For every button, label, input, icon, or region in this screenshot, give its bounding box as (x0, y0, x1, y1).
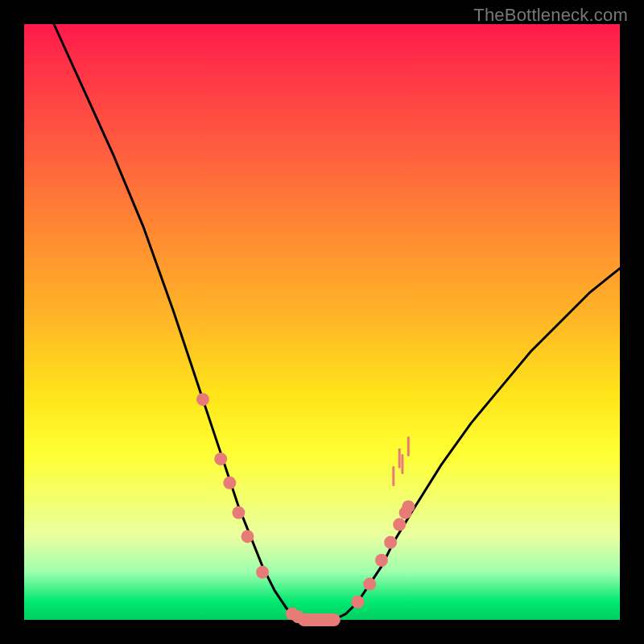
curve-marker (402, 500, 415, 513)
curve-marker (384, 536, 397, 549)
curve-marker (242, 530, 254, 543)
curve-marker (214, 452, 227, 465)
curve-marker (223, 477, 236, 489)
curve-svg (24, 24, 620, 620)
curve-markers (196, 393, 415, 623)
curve-marker (196, 393, 209, 406)
bottleneck-curve (54, 24, 620, 620)
curve-marker (351, 596, 364, 609)
curve-marker (375, 554, 388, 567)
curve-marker (256, 566, 269, 579)
curve-marker (232, 506, 245, 519)
curve-marker (363, 578, 376, 591)
chart-frame: TheBottleneck.com (0, 0, 644, 644)
watermark-text: TheBottleneck.com (473, 5, 628, 26)
curve-marker (393, 518, 406, 531)
right-spikes (394, 437, 409, 485)
plot-area (24, 24, 620, 620)
